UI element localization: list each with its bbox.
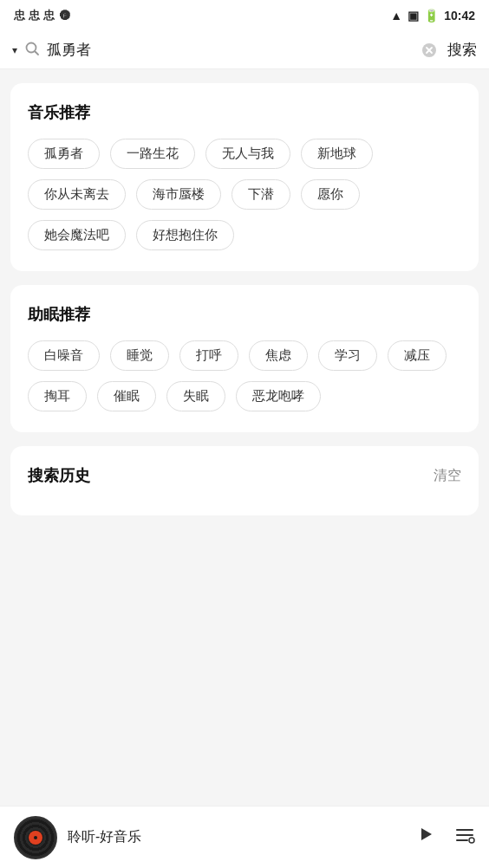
sleep-recommendations-card: 助眠推荐 白噪音 睡觉 打呼 焦虑 学习 减压 掏耳 催眠 失眠 恶龙咆哮 (10, 285, 479, 432)
search-button[interactable]: 搜索 (447, 40, 477, 60)
search-input[interactable] (47, 42, 414, 59)
music-tag-1[interactable]: 一路生花 (110, 139, 195, 169)
playlist-button[interactable] (454, 825, 475, 851)
search-bar: ▾ 搜索 (0, 31, 489, 69)
clear-history-button[interactable]: 清空 (434, 467, 461, 485)
play-button[interactable] (413, 822, 437, 852)
battery-icon: 🔋 (424, 9, 439, 23)
status-bar: 忠 忠 忠 🅐 ▲ ▣ 🔋 10:42 (0, 0, 489, 31)
player-bar: 聆听-好音乐 (0, 806, 489, 868)
sleep-tag-1[interactable]: 睡觉 (110, 340, 169, 371)
sleep-tag-7[interactable]: 催眠 (97, 381, 156, 411)
main-content: 音乐推荐 孤勇者 一路生花 无人与我 新地球 你从未离去 海市蜃楼 下潜 愿你 … (0, 69, 489, 593)
vinyl-label (29, 831, 42, 845)
sleep-tags-container: 白噪音 睡觉 打呼 焦虑 学习 减压 掏耳 催眠 失眠 恶龙咆哮 (28, 340, 461, 411)
music-tag-0[interactable]: 孤勇者 (28, 139, 100, 169)
music-section-title: 音乐推荐 (28, 102, 461, 123)
music-tag-5[interactable]: 海市蜃楼 (136, 179, 221, 210)
music-tag-2[interactable]: 无人与我 (205, 139, 290, 169)
svg-line-1 (36, 51, 39, 55)
music-tag-3[interactable]: 新地球 (301, 139, 373, 169)
sleep-tag-2[interactable]: 打呼 (179, 340, 238, 371)
history-header: 搜索历史 清空 (28, 465, 461, 486)
signal-icon: ▣ (408, 9, 419, 23)
music-recommendations-card: 音乐推荐 孤勇者 一路生花 无人与我 新地球 你从未离去 海市蜃楼 下潜 愿你 … (10, 83, 479, 271)
app-icon-1: 忠 (14, 8, 25, 23)
status-right: ▲ ▣ 🔋 10:42 (390, 9, 475, 23)
sleep-tag-4[interactable]: 学习 (318, 340, 377, 371)
app-icon-3: 忠 (43, 8, 55, 23)
app-icon-2: 忠 (29, 8, 40, 23)
sleep-tag-3[interactable]: 焦虑 (249, 340, 308, 371)
history-section-title: 搜索历史 (28, 465, 90, 486)
sleep-section-title: 助眠推荐 (28, 304, 461, 325)
sleep-tag-9[interactable]: 恶龙咆哮 (236, 381, 321, 411)
sleep-tag-6[interactable]: 掏耳 (28, 381, 87, 411)
keyboard-icon: 🅐 (60, 10, 70, 22)
music-tags-container: 孤勇者 一路生花 无人与我 新地球 你从未离去 海市蜃楼 下潜 愿你 她会魔法吧… (28, 139, 461, 250)
search-icon (24, 41, 40, 60)
music-tag-6[interactable]: 下潜 (231, 179, 290, 210)
status-left: 忠 忠 忠 🅐 (14, 8, 70, 23)
sleep-tag-8[interactable]: 失眠 (166, 381, 225, 411)
svg-point-0 (27, 42, 36, 52)
sleep-tag-0[interactable]: 白噪音 (28, 340, 100, 371)
music-tag-7[interactable]: 愿你 (301, 179, 360, 210)
sleep-tag-5[interactable]: 减压 (388, 340, 447, 371)
wifi-icon: ▲ (390, 9, 402, 23)
svg-marker-5 (421, 828, 432, 840)
clear-input-button[interactable] (421, 42, 437, 58)
player-song-title: 聆听-好音乐 (68, 828, 402, 846)
music-tag-4[interactable]: 你从未离去 (28, 179, 126, 210)
search-history-card: 搜索历史 清空 (10, 446, 479, 515)
time-display: 10:42 (444, 9, 475, 23)
dropdown-arrow-icon[interactable]: ▾ (12, 44, 17, 56)
album-art (14, 816, 57, 859)
vinyl-center (34, 836, 37, 839)
svg-point-9 (469, 838, 474, 843)
music-tag-8[interactable]: 她会魔法吧 (28, 220, 126, 250)
music-tag-9[interactable]: 好想抱住你 (136, 220, 234, 250)
